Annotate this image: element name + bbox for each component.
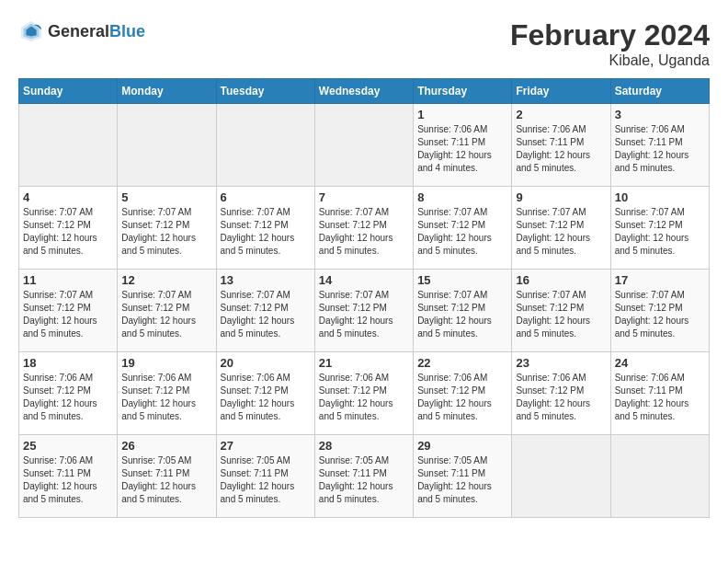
calendar-cell: 27Sunrise: 7:05 AM Sunset: 7:11 PM Dayli… [216,435,314,518]
calendar-cell: 13Sunrise: 7:07 AM Sunset: 7:12 PM Dayli… [216,270,314,352]
weekday-header-monday: Monday [118,79,216,104]
month-title: February 2024 [510,18,710,52]
day-number: 28 [319,439,409,453]
day-number: 7 [319,190,409,204]
day-info: Sunrise: 7:06 AM Sunset: 7:12 PM Dayligh… [319,372,409,423]
day-number: 25 [23,439,113,453]
logo-icon [18,18,44,44]
day-number: 23 [516,356,606,370]
calendar-week-row: 25Sunrise: 7:06 AM Sunset: 7:11 PM Dayli… [19,435,710,518]
calendar-week-row: 4Sunrise: 7:07 AM Sunset: 7:12 PM Daylig… [19,187,710,270]
calendar-week-row: 1Sunrise: 7:06 AM Sunset: 7:11 PM Daylig… [19,104,710,187]
calendar-cell: 21Sunrise: 7:06 AM Sunset: 7:12 PM Dayli… [314,352,413,435]
weekday-header-saturday: Saturday [610,79,709,104]
calendar-cell: 9Sunrise: 7:07 AM Sunset: 7:12 PM Daylig… [512,187,610,270]
day-info: Sunrise: 7:06 AM Sunset: 7:11 PM Dayligh… [615,372,705,423]
day-info: Sunrise: 7:07 AM Sunset: 7:12 PM Dayligh… [615,206,705,258]
weekday-header-thursday: Thursday [414,79,512,104]
calendar-cell: 15Sunrise: 7:07 AM Sunset: 7:12 PM Dayli… [414,270,512,352]
day-number: 5 [121,190,211,204]
day-number: 21 [319,356,409,370]
day-number: 1 [417,108,507,121]
calendar-cell: 3Sunrise: 7:06 AM Sunset: 7:11 PM Daylig… [610,104,709,187]
calendar-cell: 11Sunrise: 7:07 AM Sunset: 7:12 PM Dayli… [19,270,118,352]
day-info: Sunrise: 7:07 AM Sunset: 7:12 PM Dayligh… [417,206,507,258]
calendar-cell: 19Sunrise: 7:06 AM Sunset: 7:12 PM Dayli… [118,352,216,435]
day-number: 19 [121,356,211,370]
day-number: 4 [23,190,113,204]
day-info: Sunrise: 7:07 AM Sunset: 7:12 PM Dayligh… [319,289,409,340]
day-info: Sunrise: 7:07 AM Sunset: 7:12 PM Dayligh… [23,206,113,258]
day-number: 18 [23,356,113,370]
day-info: Sunrise: 7:07 AM Sunset: 7:12 PM Dayligh… [221,289,311,340]
logo-general: General [48,22,109,40]
day-number: 10 [615,190,705,204]
day-info: Sunrise: 7:06 AM Sunset: 7:11 PM Dayligh… [615,123,705,175]
calendar-cell: 20Sunrise: 7:06 AM Sunset: 7:12 PM Dayli… [216,352,314,435]
day-info: Sunrise: 7:05 AM Sunset: 7:11 PM Dayligh… [319,454,409,506]
day-info: Sunrise: 7:07 AM Sunset: 7:12 PM Dayligh… [516,289,606,340]
day-number: 24 [615,356,705,370]
calendar-cell: 2Sunrise: 7:06 AM Sunset: 7:11 PM Daylig… [512,104,610,187]
calendar-cell: 8Sunrise: 7:07 AM Sunset: 7:12 PM Daylig… [414,187,512,270]
day-number: 8 [417,190,507,204]
calendar-cell [216,104,314,187]
calendar-cell: 25Sunrise: 7:06 AM Sunset: 7:11 PM Dayli… [19,435,118,518]
weekday-header-sunday: Sunday [19,79,118,104]
calendar-cell [610,435,709,518]
day-number: 12 [121,273,211,287]
day-info: Sunrise: 7:07 AM Sunset: 7:12 PM Dayligh… [23,289,113,340]
day-info: Sunrise: 7:05 AM Sunset: 7:11 PM Dayligh… [221,454,311,506]
day-number: 20 [221,356,311,370]
calendar-cell: 23Sunrise: 7:06 AM Sunset: 7:12 PM Dayli… [512,352,610,435]
calendar-cell: 17Sunrise: 7:07 AM Sunset: 7:12 PM Dayli… [610,270,709,352]
day-number: 16 [516,273,606,287]
calendar-cell: 5Sunrise: 7:07 AM Sunset: 7:12 PM Daylig… [118,187,216,270]
calendar-cell [512,435,610,518]
day-info: Sunrise: 7:07 AM Sunset: 7:12 PM Dayligh… [121,206,211,258]
calendar-cell: 22Sunrise: 7:06 AM Sunset: 7:12 PM Dayli… [414,352,512,435]
day-info: Sunrise: 7:06 AM Sunset: 7:12 PM Dayligh… [516,372,606,423]
logo-text: GeneralBlue [48,22,145,41]
day-number: 9 [516,190,606,204]
calendar-cell: 4Sunrise: 7:07 AM Sunset: 7:12 PM Daylig… [19,187,118,270]
page-header: GeneralBlue February 2024 Kibale, Uganda [18,18,710,69]
calendar-cell: 1Sunrise: 7:06 AM Sunset: 7:11 PM Daylig… [414,104,512,187]
day-number: 27 [221,439,311,453]
calendar-week-row: 11Sunrise: 7:07 AM Sunset: 7:12 PM Dayli… [19,270,710,352]
day-info: Sunrise: 7:07 AM Sunset: 7:12 PM Dayligh… [615,289,705,340]
calendar-table: SundayMondayTuesdayWednesdayThursdayFrid… [18,78,710,518]
day-number: 15 [417,273,507,287]
day-number: 3 [615,108,705,121]
calendar-cell: 7Sunrise: 7:07 AM Sunset: 7:12 PM Daylig… [314,187,413,270]
calendar-cell: 24Sunrise: 7:06 AM Sunset: 7:11 PM Dayli… [610,352,709,435]
day-number: 11 [23,273,113,287]
weekday-header-row: SundayMondayTuesdayWednesdayThursdayFrid… [19,79,710,104]
calendar-cell [314,104,413,187]
calendar-cell: 18Sunrise: 7:06 AM Sunset: 7:12 PM Dayli… [19,352,118,435]
day-info: Sunrise: 7:06 AM Sunset: 7:12 PM Dayligh… [23,372,113,423]
logo: GeneralBlue [18,18,145,44]
calendar-cell: 26Sunrise: 7:05 AM Sunset: 7:11 PM Dayli… [118,435,216,518]
calendar-cell: 16Sunrise: 7:07 AM Sunset: 7:12 PM Dayli… [512,270,610,352]
day-number: 14 [319,273,409,287]
day-number: 2 [516,108,606,121]
day-info: Sunrise: 7:07 AM Sunset: 7:12 PM Dayligh… [319,206,409,258]
weekday-header-tuesday: Tuesday [216,79,314,104]
day-info: Sunrise: 7:06 AM Sunset: 7:12 PM Dayligh… [417,372,507,423]
calendar-cell: 14Sunrise: 7:07 AM Sunset: 7:12 PM Dayli… [314,270,413,352]
day-number: 13 [221,273,311,287]
day-info: Sunrise: 7:06 AM Sunset: 7:12 PM Dayligh… [121,372,211,423]
calendar-cell: 29Sunrise: 7:05 AM Sunset: 7:11 PM Dayli… [414,435,512,518]
day-number: 29 [417,439,507,453]
day-info: Sunrise: 7:06 AM Sunset: 7:11 PM Dayligh… [516,123,606,175]
calendar-week-row: 18Sunrise: 7:06 AM Sunset: 7:12 PM Dayli… [19,352,710,435]
calendar-cell [118,104,216,187]
day-number: 17 [615,273,705,287]
weekday-header-wednesday: Wednesday [314,79,413,104]
day-info: Sunrise: 7:07 AM Sunset: 7:12 PM Dayligh… [417,289,507,340]
calendar-cell: 6Sunrise: 7:07 AM Sunset: 7:12 PM Daylig… [216,187,314,270]
title-block: February 2024 Kibale, Uganda [510,18,710,69]
day-number: 22 [417,356,507,370]
calendar-cell: 12Sunrise: 7:07 AM Sunset: 7:12 PM Dayli… [118,270,216,352]
